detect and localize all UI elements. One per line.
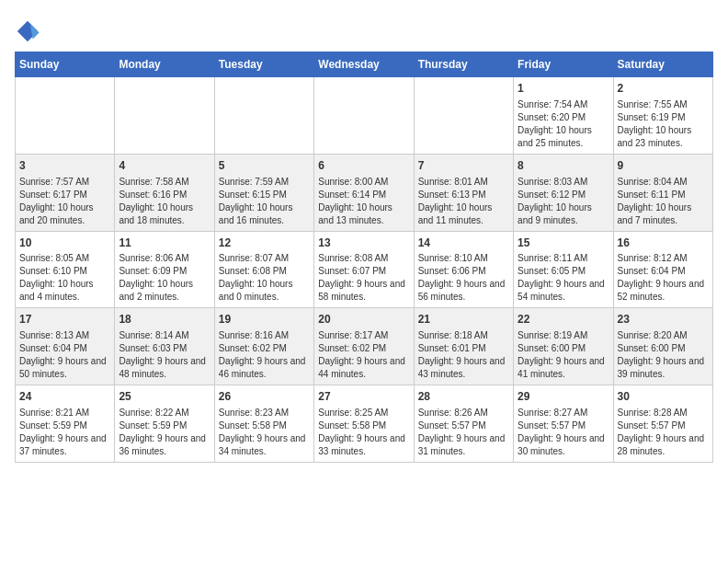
day-number: 20: [318, 312, 409, 327]
day-info: Sunrise: 8:13 AM Sunset: 6:04 PM Dayligh…: [19, 329, 110, 381]
day-number: 30: [618, 389, 709, 405]
calendar-cell: 19Sunrise: 8:16 AM Sunset: 6:02 PM Dayli…: [214, 308, 313, 385]
calendar-cell: 15Sunrise: 8:11 AM Sunset: 6:05 PM Dayli…: [514, 231, 613, 308]
calendar-cell: 20Sunrise: 8:17 AM Sunset: 6:02 PM Dayli…: [314, 308, 414, 385]
calendar-cell: 16Sunrise: 8:12 AM Sunset: 6:04 PM Dayli…: [613, 231, 712, 308]
day-info: Sunrise: 7:55 AM Sunset: 6:19 PM Dayligh…: [618, 98, 709, 150]
day-info: Sunrise: 7:54 AM Sunset: 6:20 PM Dayligh…: [518, 98, 609, 150]
calendar-cell: 10Sunrise: 8:05 AM Sunset: 6:10 PM Dayli…: [16, 231, 115, 308]
calendar-week-row: 1Sunrise: 7:54 AM Sunset: 6:20 PM Daylig…: [16, 77, 713, 155]
day-info: Sunrise: 8:28 AM Sunset: 5:57 PM Dayligh…: [618, 407, 709, 458]
day-info: Sunrise: 8:08 AM Sunset: 6:07 PM Dayligh…: [318, 252, 409, 304]
day-info: Sunrise: 8:12 AM Sunset: 6:04 PM Dayligh…: [618, 252, 709, 304]
day-info: Sunrise: 8:06 AM Sunset: 6:09 PM Dayligh…: [119, 252, 210, 304]
weekday-header-tuesday: Tuesday: [214, 52, 313, 77]
calendar-cell: 3Sunrise: 7:57 AM Sunset: 6:17 PM Daylig…: [16, 154, 115, 231]
calendar-week-row: 17Sunrise: 8:13 AM Sunset: 6:04 PM Dayli…: [16, 308, 713, 385]
day-info: Sunrise: 8:16 AM Sunset: 6:02 PM Dayligh…: [219, 329, 310, 381]
calendar-cell: 23Sunrise: 8:20 AM Sunset: 6:00 PM Dayli…: [613, 308, 712, 385]
day-number: 25: [119, 389, 210, 405]
day-number: 24: [19, 389, 110, 405]
calendar-cell: 30Sunrise: 8:28 AM Sunset: 5:57 PM Dayli…: [613, 385, 712, 463]
day-info: Sunrise: 8:18 AM Sunset: 6:01 PM Dayligh…: [418, 329, 509, 381]
day-number: 7: [418, 158, 509, 174]
calendar-cell: 18Sunrise: 8:14 AM Sunset: 6:03 PM Dayli…: [115, 308, 214, 385]
weekday-header-row: SundayMondayTuesdayWednesdayThursdayFrid…: [16, 52, 713, 77]
header: [15, 15, 713, 44]
day-number: 28: [418, 389, 509, 405]
day-number: 26: [219, 389, 310, 405]
day-number: 21: [418, 312, 509, 327]
day-number: 13: [318, 236, 409, 251]
calendar-cell: 14Sunrise: 8:10 AM Sunset: 6:06 PM Dayli…: [414, 231, 513, 308]
day-number: 15: [518, 236, 609, 251]
logo-icon: [15, 18, 40, 44]
day-info: Sunrise: 8:11 AM Sunset: 6:05 PM Dayligh…: [518, 252, 609, 304]
day-number: 12: [219, 236, 310, 251]
calendar-cell: 1Sunrise: 7:54 AM Sunset: 6:20 PM Daylig…: [514, 77, 613, 155]
day-number: 16: [618, 236, 709, 251]
calendar-cell: 4Sunrise: 7:58 AM Sunset: 6:16 PM Daylig…: [115, 154, 214, 231]
day-number: 23: [618, 312, 709, 327]
day-info: Sunrise: 8:14 AM Sunset: 6:03 PM Dayligh…: [119, 329, 210, 381]
calendar-cell: 2Sunrise: 7:55 AM Sunset: 6:19 PM Daylig…: [613, 77, 712, 155]
weekday-header-saturday: Saturday: [613, 52, 712, 77]
day-info: Sunrise: 8:20 AM Sunset: 6:00 PM Dayligh…: [618, 329, 709, 381]
day-info: Sunrise: 8:22 AM Sunset: 5:59 PM Dayligh…: [119, 407, 210, 458]
calendar-cell: 25Sunrise: 8:22 AM Sunset: 5:59 PM Dayli…: [115, 385, 214, 463]
calendar-cell: [115, 77, 214, 155]
calendar-week-row: 3Sunrise: 7:57 AM Sunset: 6:17 PM Daylig…: [16, 154, 713, 231]
calendar-cell: 8Sunrise: 8:03 AM Sunset: 6:12 PM Daylig…: [514, 154, 613, 231]
day-info: Sunrise: 8:19 AM Sunset: 6:00 PM Dayligh…: [518, 329, 609, 381]
day-number: 6: [318, 158, 409, 174]
calendar-cell: [414, 77, 513, 155]
calendar-cell: 6Sunrise: 8:00 AM Sunset: 6:14 PM Daylig…: [314, 154, 414, 231]
day-number: 9: [618, 158, 709, 174]
day-info: Sunrise: 8:10 AM Sunset: 6:06 PM Dayligh…: [418, 252, 509, 304]
day-number: 10: [19, 236, 110, 251]
day-info: Sunrise: 8:21 AM Sunset: 5:59 PM Dayligh…: [19, 407, 110, 458]
day-info: Sunrise: 8:04 AM Sunset: 6:11 PM Dayligh…: [618, 176, 709, 227]
calendar-cell: 12Sunrise: 8:07 AM Sunset: 6:08 PM Dayli…: [214, 231, 313, 308]
weekday-header-friday: Friday: [514, 52, 613, 77]
day-number: 19: [219, 312, 310, 327]
day-number: 3: [19, 158, 110, 174]
day-number: 8: [518, 158, 609, 174]
calendar-cell: 28Sunrise: 8:26 AM Sunset: 5:57 PM Dayli…: [414, 385, 513, 463]
calendar-cell: 27Sunrise: 8:25 AM Sunset: 5:58 PM Dayli…: [314, 385, 414, 463]
calendar-cell: 29Sunrise: 8:27 AM Sunset: 5:57 PM Dayli…: [514, 385, 613, 463]
day-info: Sunrise: 8:05 AM Sunset: 6:10 PM Dayligh…: [19, 252, 110, 304]
day-info: Sunrise: 8:01 AM Sunset: 6:13 PM Dayligh…: [418, 176, 509, 227]
calendar-cell: 7Sunrise: 8:01 AM Sunset: 6:13 PM Daylig…: [414, 154, 513, 231]
calendar-cell: [16, 77, 115, 155]
day-number: 17: [19, 312, 110, 327]
calendar-cell: 17Sunrise: 8:13 AM Sunset: 6:04 PM Dayli…: [16, 308, 115, 385]
day-number: 22: [518, 312, 609, 327]
day-number: 29: [518, 389, 609, 405]
calendar-cell: 9Sunrise: 8:04 AM Sunset: 6:11 PM Daylig…: [613, 154, 712, 231]
day-info: Sunrise: 8:25 AM Sunset: 5:58 PM Dayligh…: [318, 407, 409, 458]
calendar-cell: 21Sunrise: 8:18 AM Sunset: 6:01 PM Dayli…: [414, 308, 513, 385]
calendar-cell: 24Sunrise: 8:21 AM Sunset: 5:59 PM Dayli…: [16, 385, 115, 463]
calendar-cell: 13Sunrise: 8:08 AM Sunset: 6:07 PM Dayli…: [314, 231, 414, 308]
day-number: 4: [119, 158, 210, 174]
day-number: 11: [119, 236, 210, 251]
calendar-cell: 11Sunrise: 8:06 AM Sunset: 6:09 PM Dayli…: [115, 231, 214, 308]
day-number: 2: [618, 81, 709, 97]
logo: [15, 18, 44, 44]
calendar-cell: [214, 77, 313, 155]
day-number: 18: [119, 312, 210, 327]
calendar-cell: [314, 77, 414, 155]
day-info: Sunrise: 7:57 AM Sunset: 6:17 PM Dayligh…: [19, 176, 110, 227]
day-number: 1: [518, 81, 609, 97]
calendar-week-row: 24Sunrise: 8:21 AM Sunset: 5:59 PM Dayli…: [16, 385, 713, 463]
day-info: Sunrise: 7:59 AM Sunset: 6:15 PM Dayligh…: [219, 176, 310, 227]
calendar-cell: 26Sunrise: 8:23 AM Sunset: 5:58 PM Dayli…: [214, 385, 313, 463]
weekday-header-wednesday: Wednesday: [314, 52, 414, 77]
calendar-cell: 5Sunrise: 7:59 AM Sunset: 6:15 PM Daylig…: [214, 154, 313, 231]
day-info: Sunrise: 8:17 AM Sunset: 6:02 PM Dayligh…: [318, 329, 409, 381]
weekday-header-sunday: Sunday: [16, 52, 115, 77]
day-info: Sunrise: 8:23 AM Sunset: 5:58 PM Dayligh…: [219, 407, 310, 458]
day-info: Sunrise: 8:26 AM Sunset: 5:57 PM Dayligh…: [418, 407, 509, 458]
day-number: 5: [219, 158, 310, 174]
